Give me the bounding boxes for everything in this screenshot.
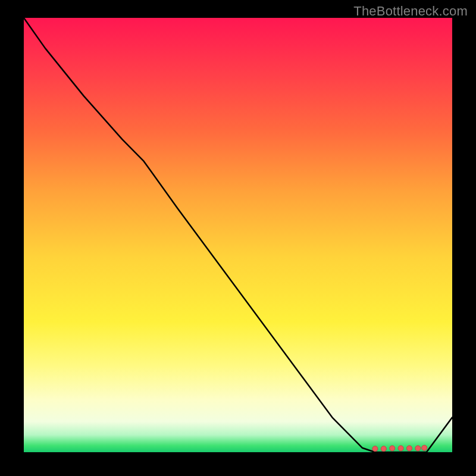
chart-svg — [24, 18, 452, 452]
marker-point — [372, 446, 378, 452]
plot-area — [24, 18, 452, 452]
line-path — [24, 18, 452, 452]
watermark-text: TheBottleneck.com — [353, 4, 468, 19]
marker-point — [422, 445, 427, 450]
marker-point — [390, 446, 395, 451]
marker-point — [398, 446, 403, 451]
marker-point — [415, 446, 421, 451]
curve-line — [24, 18, 452, 452]
chart-frame: TheBottleneck.com — [0, 0, 476, 476]
marker-point — [381, 446, 386, 452]
marker-point — [407, 446, 412, 451]
bottom-markers — [372, 445, 427, 452]
